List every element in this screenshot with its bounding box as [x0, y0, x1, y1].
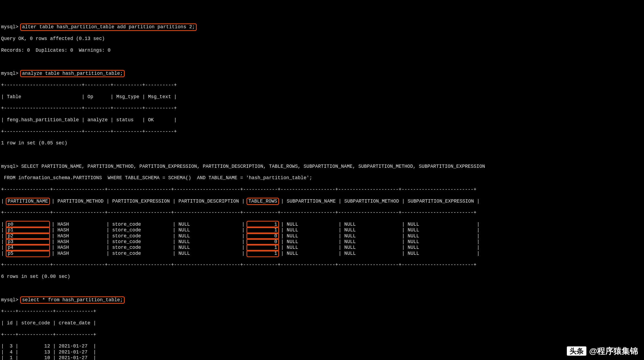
query-text: SELECT PARTITION_NAME, PARTITION_METHOD,…: [21, 164, 485, 169]
table-row: | 1 | 10 | 2021-01-27 |: [1, 355, 643, 360]
line: mysql> SELECT PARTITION_NAME, PARTITION_…: [1, 164, 643, 169]
table-border: +---------------------------+---------+-…: [1, 129, 643, 135]
highlight-cmd-alter: alter table hash_partition_table add par…: [20, 23, 197, 31]
highlight-col-table-rows: TABLE_ROWS: [246, 198, 279, 205]
result-footer: 6 rows in set (0.00 sec): [1, 274, 643, 280]
highlight-col-partition-name: PARTITION_NAME: [6, 198, 50, 205]
table-header: | PARTITION_NAME | PARTITION_METHOD | PA…: [1, 198, 643, 204]
table-row: | feng.hash_partition_table | analyze | …: [1, 117, 643, 123]
result-footer: 1 row in set (0.05 sec): [1, 140, 643, 146]
table-row: | p1 | HASH | store_code | NULL | 1 | NU…: [1, 227, 643, 233]
blank-line: [1, 59, 643, 65]
blank-line: [1, 285, 643, 291]
line: mysql> select * from hash_partition_tabl…: [1, 297, 643, 303]
query-result-line: Query OK, 0 rows affected (0.13 sec): [1, 36, 643, 42]
table-row: | 4 | 13 | 2021-01-27 |: [1, 349, 643, 355]
table-border: +----------------+------------------+---…: [1, 210, 643, 216]
mysql-prompt: mysql>: [1, 297, 18, 303]
table-border: +----+------------+-------------+: [1, 332, 643, 338]
table-border: +----------------+------------------+---…: [1, 262, 643, 268]
table-row: | p3 | HASH | store_code | NULL | 0 | NU…: [1, 239, 643, 245]
table-border: +---------------------------+---------+-…: [1, 82, 643, 88]
table-border: +---------------------------+---------+-…: [1, 105, 643, 111]
table-header: | id | store_code | create_date |: [1, 320, 643, 326]
table-border: +----+------------+-------------+: [1, 309, 643, 314]
blank-line: [1, 152, 643, 158]
mysql-prompt: mysql>: [1, 164, 18, 169]
highlight-cell-partition-name: p5: [6, 250, 50, 257]
query-result-line: Records: 0 Duplicates: 0 Warnings: 0: [1, 48, 643, 53]
query-text: FROM information_schema.PARTITIONS WHERE…: [1, 175, 643, 181]
table-row: | p0 | HASH | store_code | NULL | 1 | NU…: [1, 222, 643, 227]
highlight-cmd-select: select * from hash_partition_table;: [20, 296, 125, 304]
line: mysql> alter table hash_partition_table …: [1, 24, 643, 30]
table-row: | p4 | HASH | store_code | NULL | 1 | NU…: [1, 245, 643, 250]
mysql-prompt: mysql>: [1, 24, 18, 30]
line: mysql> analyze table hash_partition_tabl…: [1, 71, 643, 76]
highlight-cell-table-rows: 1: [246, 250, 279, 257]
table-border: +----------------+------------------+---…: [1, 187, 643, 193]
highlight-cmd-analyze: analyze table hash_partition_table;: [20, 70, 125, 77]
mysql-prompt: mysql>: [1, 71, 18, 76]
table-row: | 3 | 12 | 2021-01-27 |: [1, 343, 643, 349]
table-header: | Table | Op | Msg_type | Msg_text |: [1, 94, 643, 100]
table-row: | p5 | HASH | store_code | NULL | 1 | NU…: [1, 251, 643, 256]
table-row: | p2 | HASH | store_code | NULL | 0 | NU…: [1, 233, 643, 239]
